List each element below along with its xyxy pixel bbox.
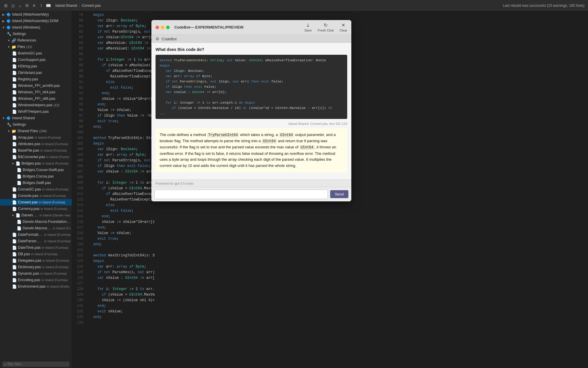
sidebar-item-DateFormatter[interactable]: 📄 DateFormatter.pas in Island (Fuchsia) (0, 231, 72, 238)
sidebar-item-OleVariant[interactable]: 📄 OleVariant.pas (0, 69, 72, 76)
sidebar-item-Dynamic[interactable]: 📄 Dynamic.pas in Island (Fuchsia) (0, 270, 72, 277)
codebot-title: CodeBot— EXPERIMENTAL/PREVIEW (174, 25, 243, 29)
file-icon: 📄 (12, 193, 17, 198)
sidebar-item-references[interactable]: ▼ 🔗 References (0, 37, 72, 44)
sidebar-item-WinFFI-x64[interactable]: 📄 Windows_FFI_x64.pas (0, 89, 72, 95)
sidebar-item-label: Shared Files (17, 129, 38, 133)
sidebar-item-DateTime[interactable]: 📄 DateTime.pas in Island (Fuchsia) (0, 244, 72, 251)
filter-bar: ⌕ (0, 360, 72, 368)
item-secondary-label: in Island (Fuchsia) (39, 200, 65, 204)
editor-area: 7980818283848586878889909192939495969798… (72, 11, 588, 368)
sidebar-item-Attributes[interactable]: 📄 Attributes.pas in Island (Fuchsia) (0, 141, 72, 147)
sidebar-item-WinFFI-x86[interactable]: 📄 Windows_FFI_x86.pas (0, 95, 72, 102)
sidebar-item-Convert[interactable]: 📄 Convert.pas in Island (Fuchsia) (0, 199, 72, 205)
group-icon: 🔷 (6, 12, 11, 17)
sidebar-item-Bridges-CocoaSwift[interactable]: 📄 Bridges.Cocoa+Swift.pas (0, 167, 72, 173)
sidebar-item-DateParser[interactable]: 📄 DateParser.pas in Island (Fuchsia) (0, 238, 72, 244)
item-secondary-label: in Island (Fuchsia) (40, 272, 67, 275)
item-secondary-label: in Island (Fuchsia) (40, 194, 66, 198)
book-icon[interactable]: 📖 (46, 3, 51, 8)
save-button[interactable]: ⤓ Save (304, 22, 312, 32)
sidebar-item-Darwin[interactable]: ▼ 📄 Darwin.pas in Island (Darwin mac (0, 212, 72, 218)
file-icon: 📄 (12, 264, 17, 270)
traffic-light-red[interactable] (156, 26, 159, 29)
sidebar-item-HString[interactable]: 📄 HString.pas (0, 63, 72, 69)
close-icon[interactable]: ✕ (32, 3, 36, 8)
sidebar-item-island-windows[interactable]: ▼ 🔷 Island (Windows) (0, 24, 72, 31)
sidebar-item-Dictionary[interactable]: 📄 Dictionary.pas in Island (Fuchsia) (0, 264, 72, 270)
sidebar-item-Registry[interactable]: 📄 Registry.pas (0, 76, 72, 82)
sidebar-item-Bridges-Swift[interactable]: 📄 Bridges.Swift.pas (0, 180, 72, 186)
sidebar-item-CocoaGC[interactable]: 📄 CocoaGC.pas in Island (Fuchsia) (0, 186, 72, 193)
sidebar-item-island-shared[interactable]: ▼ 🔷 Island.Shared (0, 115, 72, 121)
sidebar-toggle-icon[interactable]: ⊞ (4, 3, 8, 8)
fresh-chat-button[interactable]: ↻ Fresh Chat (318, 22, 333, 32)
sidebar-item-BoehmGC[interactable]: 📄 BoehmGC.pas (0, 50, 72, 57)
sidebar-item-Darwin-MacrosFound[interactable]: 📄 Darwin.Macros.Foundation.pas (0, 218, 72, 225)
item-secondary-label: in Island (Andro (47, 285, 69, 288)
item-secondary-label: in Island (Fuchsia) (42, 162, 69, 165)
traffic-light-green[interactable] (166, 26, 170, 29)
sidebar-item-Environment[interactable]: 📄 Environment.pas in Island (Andro (0, 283, 72, 290)
codebot-source-ref: Island.Shared, Convert.pas, line 101-119 (156, 122, 347, 125)
file-icon: 📄 (12, 96, 17, 101)
sidebar-item-BitConverter[interactable]: 📄 BitConverter.pas in Island (Fuchs (0, 154, 72, 160)
file-icon: 📄 (12, 64, 17, 69)
file-icon: 📄 (12, 102, 17, 108)
graph-icon[interactable]: ⌇ (39, 3, 44, 8)
sidebar-item-Array[interactable]: 📄 Array.pas in Island (Fuchsia) (0, 134, 72, 141)
sidebar-item-label: Convert.pas (18, 200, 38, 204)
sidebar-item-label: WinRTHelpers.pas (18, 110, 49, 114)
item-secondary-label: in Island (Fuchs (46, 155, 69, 159)
sidebar-item-Darwin-Macros[interactable]: 📄 Darwin.Macros.pas in Island (Fu (0, 225, 72, 231)
sidebar-item-Currency[interactable]: 📄 Currency.pas in Island (Fuchsia) (0, 205, 72, 212)
sidebar-item-Delegates[interactable]: 📄 Delegates.pas in Island (Fuchsia) (0, 257, 72, 264)
build-status: Last rebuild was successful (23 warnings… (503, 4, 584, 8)
item-secondary-label: in Island (Fuchsia) (44, 233, 71, 236)
sidebar-item-island-wa[interactable]: ▶ 🔷 Island (WebAssembly) (0, 11, 72, 18)
traffic-light-yellow[interactable] (161, 26, 164, 29)
windows-helpers-badge: (12) (54, 103, 59, 107)
sidebar-item-Encoding[interactable]: 📄 Encoding.pas in Island (Fuchsia) (0, 277, 72, 283)
file-icon: 📄 (12, 70, 17, 75)
sidebar-item-Console[interactable]: 📄 Console.pas in Island (Fuchsia) (0, 193, 72, 199)
file-icon: 📄 (12, 206, 17, 211)
codebot-toolbar-right: ⤓ Save ↻ Fresh Chat ✕ Clear (304, 22, 347, 32)
sidebar-item-shared-files[interactable]: ▼ 📁 Shared Files (194) (0, 128, 72, 134)
copy-icon[interactable]: ⧉ (25, 3, 29, 8)
references-icon: 🔗 (11, 38, 16, 43)
sidebar-item-settings-win[interactable]: 🔧 Settings (0, 31, 72, 37)
sidebar-item-label: Bridges.Cocoa.pas (23, 174, 54, 178)
sidebar-item-BaseFile[interactable]: 📄 BaseFile.pas in Island (Fuchsia) (0, 147, 72, 154)
send-button[interactable]: Send (330, 190, 348, 198)
sidebar-item-Bridges-Cocoa[interactable]: 📄 Bridges.Cocoa.pas (0, 173, 72, 180)
sidebar-item-files-win[interactable]: ▼ 📁 Files (12) (0, 44, 72, 50)
item-secondary-label: in Island (Darwin mac (39, 213, 71, 217)
sidebar-item-label: References (17, 38, 36, 42)
sidebar-item-WinFFI-arm64[interactable]: 📄 Windows_FFI_arm64.pas (0, 82, 72, 89)
filter-input-wrap: ⌕ (2, 362, 69, 367)
sidebar-item-island-wa-dom[interactable]: ▶ 🔷 Island (WebAssembly) DOM (0, 18, 72, 24)
sidebar-item-ComSupport[interactable]: 📄 ComSupport.pas (0, 57, 72, 63)
sidebar-item-settings-shared[interactable]: 🔧 Settings (0, 121, 72, 128)
sidebar-item-DB[interactable]: 📄 DB.pas in Island (Fuchsia) (0, 251, 72, 257)
codebot-question: What does this code do? (156, 47, 347, 52)
arrow-open-icon: ▼ (1, 25, 6, 30)
sidebar-item-Bridges[interactable]: ▼ 📄 Bridges.pas in Island (Fuchsia) (0, 160, 72, 167)
search-icon: ⌕ (4, 362, 6, 366)
clear-button[interactable]: ✕ Clear (340, 22, 347, 32)
file-icon: 📄 (16, 174, 22, 179)
sidebar-item-label: Darwin.pas (21, 213, 38, 217)
sidebar-item-WinRTHelpers[interactable]: 📄 WinRTHelpers.pas (0, 108, 72, 115)
file-icon: 📄 (12, 141, 17, 147)
search-icon[interactable]: ⌕ (18, 3, 22, 8)
sidebar-item-label: Windows_FFI_arm64.pas (18, 84, 60, 88)
clock-icon[interactable]: ◷ (11, 3, 15, 8)
filter-files-input[interactable] (7, 362, 68, 366)
main-layout: ▶ 🔷 Island (WebAssembly) ▶ 🔷 Island (Web… (0, 11, 588, 368)
codebot-text-input[interactable] (154, 190, 328, 199)
sidebar-item-WindowsHelpers[interactable]: 📄 WindowsHelpers.pas (12) (0, 102, 72, 108)
settings-icon: 🔧 (6, 122, 12, 127)
item-secondary-label: in Island (Fuchsia) (40, 149, 67, 152)
sidebar-item-label: Registry.pas (18, 77, 38, 81)
